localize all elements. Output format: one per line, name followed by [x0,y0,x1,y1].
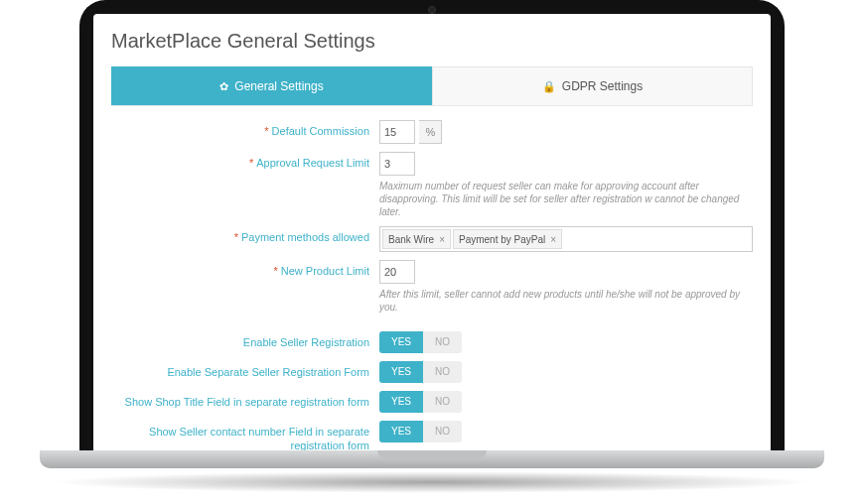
tag: Bank Wire × [382,229,451,249]
row-new-product-limit: *New Product Limit After this limit, sel… [111,260,753,314]
help-text: After this limit, seller cannot add new … [379,288,753,314]
approval-input[interactable] [379,152,415,176]
field-label: Show Seller contact number Field in sepa… [111,421,379,453]
field-label: Enable Separate Seller Registration Form [111,361,379,379]
field-label: *New Product Limit [111,260,379,278]
tag-label: Bank Wire [388,234,434,245]
laptop-notch [377,450,487,458]
payment-methods-input[interactable]: Bank Wire × Payment by PayPal × [379,226,753,252]
form-area: *Default Commission % *Approval Request … [111,106,753,456]
tag-label: Payment by PayPal [459,234,545,245]
tab-label: General Settings [234,79,323,93]
required-marker: * [273,265,277,277]
toggle-no: NO [423,421,462,442]
required-marker: * [249,157,253,169]
row-toggle: Enable Seller Registration YES NO [111,331,753,353]
laptop-shadow [50,471,814,493]
toggle-yes: YES [379,391,423,413]
laptop-base [40,450,824,468]
laptop-frame: MarketPlace General Settings ✿ General S… [79,0,785,456]
row-toggle: Enable Separate Seller Registration Form… [111,361,753,383]
field-label: Enable Seller Registration [111,331,379,349]
toggle-yes: YES [379,331,423,353]
toggle-no: NO [423,361,462,383]
tab-general-settings[interactable]: ✿ General Settings [111,66,432,105]
new-product-input[interactable] [379,260,415,284]
toggle-shop-title-field[interactable]: YES NO [379,391,462,413]
tab-label: GDPR Settings [562,79,643,93]
help-text: Maximum number of request seller can mak… [379,180,753,218]
tab-gdpr-settings[interactable]: 🔒 GDPR Settings [432,66,753,105]
unit-label: % [419,120,442,144]
toggle-separate-registration[interactable]: YES NO [379,361,462,383]
tabs: ✿ General Settings 🔒 GDPR Settings [111,66,753,106]
toggle-contact-number-field[interactable]: YES NO [379,421,462,442]
camera-icon [428,6,436,14]
toggle-yes: YES [379,421,423,442]
page-title: MarketPlace General Settings [111,24,753,66]
row-default-commission: *Default Commission % [111,120,753,144]
tag: Payment by PayPal × [453,229,562,249]
close-icon[interactable]: × [439,234,445,245]
required-marker: * [234,231,238,243]
toggle-no: NO [423,331,462,353]
close-icon[interactable]: × [550,234,556,245]
field-label: *Approval Request Limit [111,152,379,170]
row-payment-methods: *Payment methods allowed Bank Wire × Pay… [111,226,753,252]
screen: MarketPlace General Settings ✿ General S… [93,14,771,456]
toggle-yes: YES [379,361,423,383]
row-approval-limit: *Approval Request Limit Maximum number o… [111,152,753,218]
toggle-seller-registration[interactable]: YES NO [379,331,462,353]
field-label: *Payment methods allowed [111,226,379,244]
required-marker: * [264,125,268,137]
lock-icon: 🔒 [542,80,556,93]
field-label: Show Shop Title Field in separate regist… [111,391,379,409]
gear-icon: ✿ [219,80,228,93]
row-toggle: Show Seller contact number Field in sepa… [111,421,753,453]
row-toggle: Show Shop Title Field in separate regist… [111,391,753,413]
field-label: *Default Commission [111,120,379,138]
toggle-no: NO [423,391,462,413]
commission-input[interactable] [379,120,415,144]
